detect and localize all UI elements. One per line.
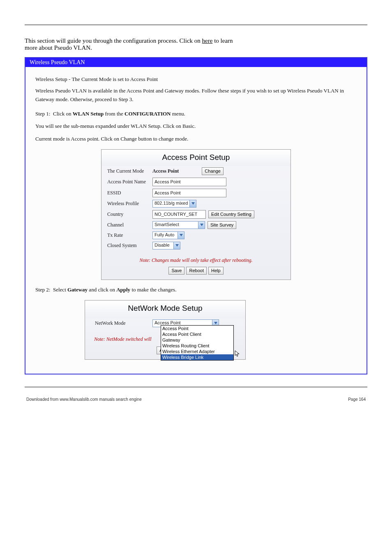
edit-country-button[interactable]: Edit Country Setting xyxy=(208,210,254,218)
ap-panel-title: Access Point Setup xyxy=(101,150,291,166)
essid-input[interactable]: Access Point xyxy=(152,189,226,197)
nm-option[interactable]: Gateway xyxy=(161,337,233,343)
txrate-select[interactable]: Fully Auto xyxy=(152,231,184,239)
box-header: Wireless Pseudo VLAN xyxy=(25,58,367,67)
pseudo-vlan-box: Wireless Pseudo VLAN Wireless Setup - Th… xyxy=(25,57,367,374)
help-button[interactable]: Help xyxy=(208,267,224,275)
country-input[interactable]: NO_COUNTRY_SET xyxy=(152,210,206,219)
apname-label: Access Point Name xyxy=(107,179,152,185)
save-button[interactable]: Save xyxy=(168,267,184,275)
chevron-down-icon xyxy=(178,232,184,239)
nm-option[interactable]: Access Point Client xyxy=(161,331,233,337)
apname-input[interactable]: Access Point xyxy=(152,178,226,186)
current-mode-label: The Current Mode xyxy=(107,168,152,174)
chevron-down-icon xyxy=(198,222,205,229)
wprofile-label: Wireless Profile xyxy=(107,201,152,207)
sub-heading: Wireless Setup - The Current Mode is set… xyxy=(35,76,357,83)
chapter-heading: This section will guide you through the … xyxy=(25,37,367,51)
svg-marker-0 xyxy=(191,202,195,205)
channel-select[interactable]: SmartSelect xyxy=(152,221,205,229)
svg-marker-5 xyxy=(235,351,239,356)
step-1: Step 1: Click on WLAN Setup from the CON… xyxy=(35,110,357,118)
ap-red-note: Note: Changes made will only take effect… xyxy=(101,257,291,263)
footer-right: Page 164 xyxy=(348,397,366,402)
chevron-down-icon xyxy=(189,200,196,207)
intro-text: Wireless Pseudo VLAN is available in the… xyxy=(35,87,357,104)
nm-panel-title: NetWork Mode Setup xyxy=(85,300,245,319)
wprofile-select[interactable]: 802.11b/g mixed xyxy=(152,200,196,208)
nm-label: NetWork Mode xyxy=(95,320,152,326)
reboot-button[interactable]: Reboot xyxy=(186,267,206,275)
site-survey-button[interactable]: Site Survey xyxy=(208,221,236,229)
heading-prefix: This section will guide you through the … xyxy=(25,37,202,44)
heading-suffix: to learn xyxy=(212,37,233,44)
access-point-setup-panel: Access Point Setup The Current Mode Acce… xyxy=(101,149,291,280)
chevron-down-icon xyxy=(173,242,180,249)
nm-dropdown-list[interactable]: Access Point Access Point Client Gateway… xyxy=(161,325,234,361)
svg-marker-4 xyxy=(214,322,217,324)
cursor-icon xyxy=(235,350,240,358)
heading-line2: more about Pseudo VLAN. xyxy=(25,44,92,51)
change-button[interactable]: Change xyxy=(202,167,224,175)
channel-label: Channel xyxy=(107,222,152,228)
nm-option[interactable]: Wireless Routing Client xyxy=(161,343,233,349)
current-mode-value: Access Point xyxy=(152,168,179,174)
essid-label: ESSID xyxy=(107,190,152,196)
network-mode-setup-panel: NetWork Mode Setup NetWork Mode Access P… xyxy=(85,300,246,360)
svg-marker-3 xyxy=(175,244,179,247)
country-label: Country xyxy=(107,211,152,217)
svg-marker-1 xyxy=(200,224,203,226)
step-1-3: Current mode is Access point. Click on C… xyxy=(35,135,357,143)
step-2: Step 2: Select Gateway and click on Appl… xyxy=(35,286,357,294)
nm-option[interactable]: Wireless Ethernet Adapter xyxy=(161,349,233,354)
nm-option[interactable]: Access Point xyxy=(161,326,233,331)
step-1-2: You will see the sub-menus expanded unde… xyxy=(35,122,357,131)
closed-select[interactable]: Disable xyxy=(152,242,180,250)
txrate-label: Tx Rate xyxy=(107,232,152,238)
closed-label: Closed System xyxy=(107,243,152,249)
heading-link[interactable]: here xyxy=(202,37,213,44)
nm-option-highlight[interactable]: Wireless Bridge Link xyxy=(161,354,233,360)
footer-left: Downloaded from www.Manualslib.com manua… xyxy=(26,397,142,402)
svg-marker-2 xyxy=(180,234,183,236)
